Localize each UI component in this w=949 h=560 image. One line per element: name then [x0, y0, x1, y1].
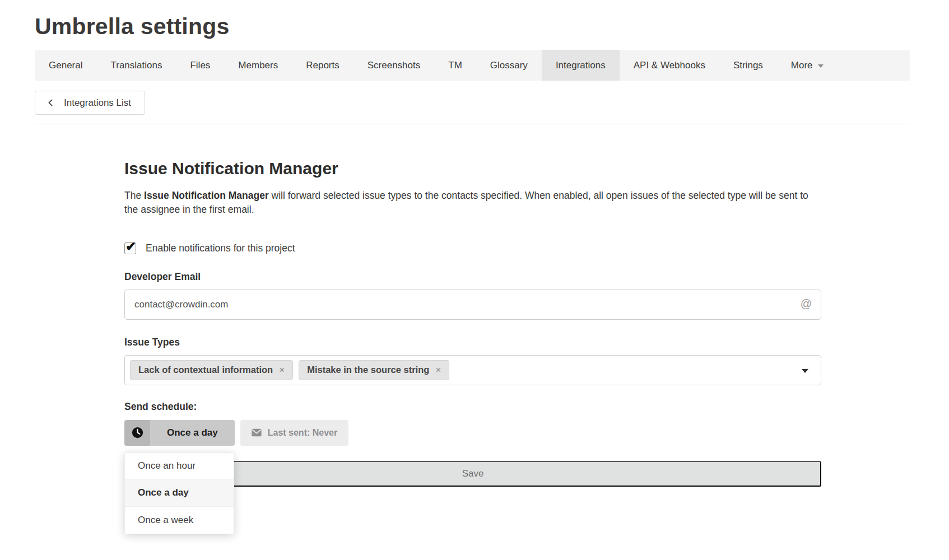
developer-email-field-wrap: @	[124, 290, 821, 320]
issue-types-label: Issue Types	[124, 337, 821, 348]
chevron-down-icon	[818, 64, 824, 68]
schedule-select-button[interactable]: Once a day	[124, 420, 235, 446]
dropdown-caret-icon[interactable]	[802, 369, 808, 373]
remove-tag-icon[interactable]: ×	[279, 365, 285, 376]
tab-members[interactable]: Members	[224, 50, 292, 81]
description-prefix: The	[124, 190, 144, 201]
save-area: Save Once an hour Once a day Once a week	[124, 461, 821, 487]
envelope-icon	[252, 428, 262, 437]
menu-item-once-a-day[interactable]: Once a day	[125, 480, 234, 507]
tab-reports[interactable]: Reports	[292, 50, 353, 81]
issue-type-tag: Mistake in the source string ×	[299, 360, 449, 380]
at-icon: @	[801, 297, 812, 310]
menu-item-once-a-week[interactable]: Once a week	[125, 507, 234, 534]
schedule-dropdown-menu: Once an hour Once a day Once a week	[124, 452, 234, 534]
menu-item-once-an-hour[interactable]: Once an hour	[125, 453, 234, 480]
tab-strings[interactable]: Strings	[719, 50, 777, 81]
enable-notifications-checkbox[interactable]: ✔	[124, 242, 136, 254]
last-sent-status: Last sent: Never	[240, 420, 349, 446]
issue-types-multiselect[interactable]: Lack of contextual information × Mistake…	[124, 355, 821, 385]
back-button-label: Integrations List	[64, 97, 131, 109]
send-schedule-row: Once a day Last sent: Never	[124, 420, 821, 446]
description-bold: Issue Notification Manager	[144, 190, 269, 201]
last-sent-label: Last sent: Never	[268, 428, 338, 438]
enable-notifications-label[interactable]: Enable notifications for this project	[146, 242, 295, 254]
tab-api-webhooks[interactable]: API & Webhooks	[620, 50, 719, 81]
tab-more-label: More	[791, 60, 813, 71]
chevron-left-icon	[46, 98, 55, 108]
tab-translations[interactable]: Translations	[96, 50, 176, 81]
page-title: Umbrella settings	[35, 13, 949, 40]
issue-type-tag-label: Mistake in the source string	[307, 365, 429, 375]
integration-title: Issue Notification Manager	[124, 159, 821, 178]
enable-notifications-row: ✔ Enable notifications for this project	[124, 242, 821, 254]
integration-settings-panel: Issue Notification Manager The Issue Not…	[124, 159, 821, 487]
send-schedule-label: Send schedule:	[124, 401, 821, 413]
issue-type-tag-label: Lack of contextual information	[138, 365, 273, 375]
tab-more[interactable]: More	[777, 50, 838, 81]
tab-integrations[interactable]: Integrations	[542, 50, 620, 81]
clock-icon	[124, 420, 150, 446]
developer-email-input[interactable]	[124, 290, 821, 320]
remove-tag-icon[interactable]: ×	[435, 365, 441, 376]
tab-general[interactable]: General	[35, 50, 96, 81]
issue-type-tag: Lack of contextual information ×	[130, 360, 293, 380]
tab-files[interactable]: Files	[176, 50, 224, 81]
tab-screenshots[interactable]: Screenshots	[353, 50, 435, 81]
tab-glossary[interactable]: Glossary	[476, 50, 542, 81]
integrations-list-back-button[interactable]: Integrations List	[35, 91, 145, 115]
schedule-selected-label: Once a day	[150, 420, 235, 446]
tab-tm[interactable]: TM	[434, 50, 476, 81]
header-divider	[35, 124, 910, 124]
developer-email-label: Developer Email	[124, 271, 821, 283]
integration-description: The Issue Notification Manager will forw…	[124, 189, 821, 217]
settings-tabbar: General Translations Files Members Repor…	[35, 50, 910, 81]
checkmark-icon: ✔	[125, 239, 136, 254]
